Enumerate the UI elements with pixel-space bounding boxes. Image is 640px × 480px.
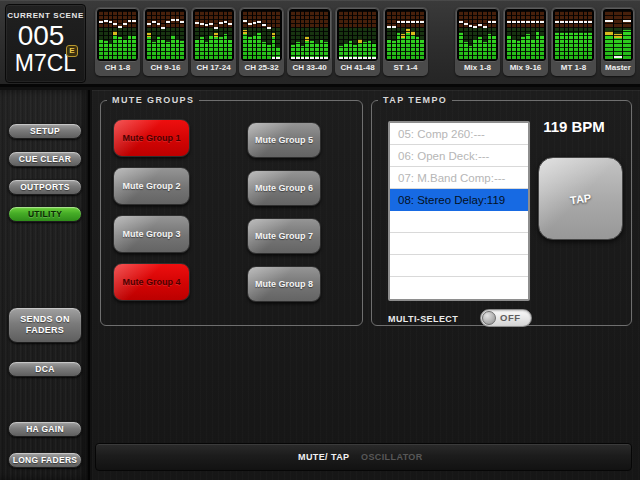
meter-level — [478, 37, 482, 59]
meter-screen — [504, 8, 547, 62]
meter-bar — [512, 11, 516, 59]
tab-mute-tap[interactable]: MUTE/ TAP — [298, 452, 349, 462]
meter-block-st-1-4[interactable]: ST 1-4 — [383, 7, 428, 76]
meter-bar — [492, 11, 496, 59]
multi-select-toggle[interactable]: OFF — [480, 309, 532, 327]
meter-block-ch-1-8[interactable]: CH 1-8 — [95, 7, 140, 76]
meter-block-ch-9-16[interactable]: CH 9-16 — [143, 7, 188, 76]
meter-level — [488, 34, 492, 59]
meter-block-ch-41-48[interactable]: CH 41-48 — [335, 7, 380, 76]
meter-bar — [344, 11, 348, 59]
sidebar-button-outports[interactable]: OUTPORTS — [8, 179, 82, 195]
mute-group-button-2[interactable]: Mute Group 2 — [113, 167, 190, 205]
tap-button[interactable]: TAP — [538, 157, 623, 240]
tempo-list-row-empty — [390, 211, 528, 233]
tempo-list-item-05[interactable]: 05: Comp 260:--- — [390, 123, 528, 145]
meter-block-mix-9-16[interactable]: Mix 9-16 — [503, 7, 548, 76]
meter-level — [262, 42, 266, 59]
mute-group-button-7[interactable]: Mute Group 7 — [247, 218, 321, 254]
meter-bar — [195, 11, 199, 59]
meter-peak — [406, 29, 410, 33]
meter-block-ch-33-40[interactable]: CH 33-40 — [287, 7, 332, 76]
meter-block-master[interactable]: Master — [601, 7, 635, 76]
tempo-list-row-empty — [390, 233, 528, 255]
meter-bar — [118, 11, 122, 59]
meter-bar — [214, 11, 218, 59]
meter-bar — [171, 11, 175, 59]
meter-bar — [531, 11, 535, 59]
meter-level — [253, 35, 257, 59]
meter-block-mix-1-8[interactable]: Mix 1-8 — [455, 7, 500, 76]
meter-level — [219, 37, 223, 59]
meter-level — [161, 40, 165, 59]
tempo-effect-list[interactable]: 05: Comp 260:---06: Open Deck:---07: M.B… — [388, 121, 530, 301]
meter-level — [387, 40, 391, 59]
meter-bar — [257, 11, 261, 59]
tap-button-label: TAP — [569, 191, 591, 205]
fader-position-marker — [588, 21, 592, 23]
fader-position-marker — [483, 26, 487, 28]
fader-position-marker — [161, 27, 165, 29]
meter-label: Master — [602, 62, 634, 74]
scene-edit-badge: E — [66, 45, 78, 57]
meter-bar — [565, 11, 569, 59]
tempo-list-item-06[interactable]: 06: Open Deck:--- — [390, 145, 528, 167]
fader-position-marker — [531, 21, 535, 23]
meter-bar — [200, 11, 204, 59]
meter-bar — [320, 11, 324, 59]
meter-peak — [401, 34, 405, 38]
meter-level — [214, 33, 218, 59]
fader-position-marker — [224, 21, 228, 23]
fader-position-marker — [257, 21, 261, 23]
tempo-list-item-08[interactable]: 08: Stereo Delay:119 — [390, 189, 528, 211]
meter-screen — [96, 8, 139, 62]
mute-group-button-1[interactable]: Mute Group 1 — [113, 119, 190, 157]
fader-position-marker — [195, 22, 199, 24]
meter-level — [272, 33, 276, 59]
fader-position-marker — [507, 21, 511, 23]
meter-bar — [392, 11, 396, 59]
meter-level — [521, 37, 525, 59]
mute-group-button-6[interactable]: Mute Group 6 — [247, 170, 321, 206]
tab-oscillator[interactable]: OSCILLATOR — [361, 452, 423, 462]
tempo-list-item-07[interactable]: 07: M.Band Comp:--- — [390, 167, 528, 189]
fader-position-marker — [272, 57, 276, 59]
sidebar-button-dca[interactable]: DCA — [8, 361, 82, 377]
meter-block-ch-25-32[interactable]: CH 25-32 — [239, 7, 284, 76]
meter-bar — [363, 11, 367, 59]
meter-level — [483, 42, 487, 59]
fader-position-marker — [397, 21, 401, 23]
meter-bar — [397, 11, 401, 59]
fader-position-marker — [209, 23, 213, 25]
meter-screen — [288, 8, 331, 62]
sidebar-button-utility[interactable]: UTILITY — [8, 206, 82, 222]
fader-position-marker — [228, 23, 232, 25]
fader-position-marker — [118, 26, 122, 28]
fader-position-marker — [349, 57, 353, 59]
fader-position-marker — [353, 57, 357, 59]
fader-position-marker — [123, 23, 127, 25]
fader-position-marker — [253, 22, 257, 24]
meter-peak — [272, 33, 276, 37]
sidebar-button-ha-gain[interactable]: HA GAIN — [8, 421, 82, 437]
meter-bar — [128, 11, 132, 59]
mute-group-button-8[interactable]: Mute Group 8 — [247, 266, 321, 302]
meter-level — [411, 31, 415, 59]
mute-group-button-5[interactable]: Mute Group 5 — [247, 122, 321, 158]
meter-level — [540, 35, 544, 59]
fader-position-marker — [291, 57, 295, 59]
meter-block-mt-1-8[interactable]: MT 1-8 — [551, 7, 596, 76]
meter-label: Mix 9-16 — [504, 62, 547, 74]
meter-bar — [209, 11, 213, 59]
meter-bar — [324, 11, 328, 59]
sidebar-button-sends-on-faders[interactable]: SENDS ON FADERS — [8, 307, 82, 343]
sidebar-button-long-faders[interactable]: LONG FADERS — [8, 452, 82, 468]
meter-block-ch-17-24[interactable]: CH 17-24 — [191, 7, 236, 76]
mute-group-button-3[interactable]: Mute Group 3 — [113, 215, 190, 253]
sidebar-button-cue-clear[interactable]: CUE CLEAR — [8, 151, 82, 167]
mute-group-button-4[interactable]: Mute Group 4 — [113, 263, 190, 301]
meter-bar — [416, 11, 420, 59]
meter-bar — [569, 11, 573, 59]
sidebar-button-setup[interactable]: SETUP — [8, 123, 82, 139]
fader-position-marker — [113, 23, 117, 25]
